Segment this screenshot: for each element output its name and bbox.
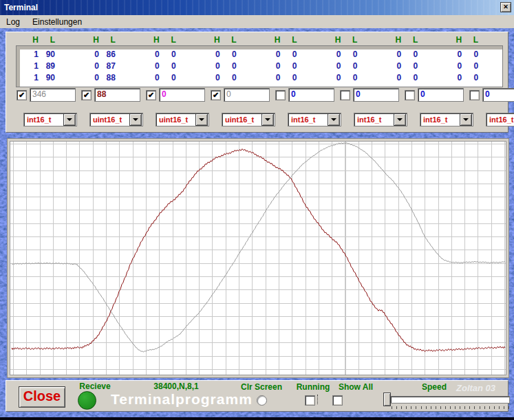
channel-3-enable-checkbox[interactable]: ✔ xyxy=(146,90,156,100)
slider-tick xyxy=(464,406,465,409)
slider-tick xyxy=(416,406,416,409)
channel-6-value-input[interactable]: 0 xyxy=(353,88,399,102)
channel-8-type-select[interactable]: int16_t xyxy=(486,113,514,126)
slider-tick xyxy=(508,406,509,409)
dropdown-button[interactable] xyxy=(460,113,472,126)
show-all-checkbox[interactable] xyxy=(332,395,343,406)
slider-tick xyxy=(469,406,470,409)
slider-tick xyxy=(494,406,495,409)
chart-panel xyxy=(7,138,509,378)
channel-2-enable-checkbox[interactable]: ✔ xyxy=(81,90,92,100)
dropdown-button[interactable] xyxy=(129,113,142,126)
channel-8-values: 00 xyxy=(437,61,497,73)
channel-3-value-input[interactable]: 0 xyxy=(159,88,205,102)
dropdown-button[interactable] xyxy=(195,113,208,126)
channel-4-values: 00 xyxy=(195,49,256,61)
value-h: 0 xyxy=(386,73,401,85)
channel-7-value-input[interactable]: 0 xyxy=(418,88,464,102)
channel-8-value-input[interactable]: 0 xyxy=(482,88,514,102)
dropdown-button[interactable] xyxy=(63,113,76,126)
channel-5-values: 00 xyxy=(256,73,317,85)
channel-3-group: ✔0 xyxy=(140,88,205,102)
header-l: L xyxy=(105,35,116,45)
channel-type-row: int16_tuint16_tuint16_tuint16_tint16_tin… xyxy=(11,113,511,126)
header-l: L xyxy=(346,35,357,45)
channel-4-header: HL xyxy=(195,35,256,45)
dropdown-button[interactable] xyxy=(394,113,406,126)
value-l: 0 xyxy=(467,61,478,73)
channel-2-trace xyxy=(12,143,505,352)
channel-6-enable-checkbox[interactable] xyxy=(340,90,350,100)
menu-bar: LogEinstellungen xyxy=(0,15,514,28)
dropdown-button[interactable] xyxy=(261,113,274,126)
running-checkbox[interactable] xyxy=(305,395,315,406)
slider-tick xyxy=(474,406,475,409)
menu-item-log[interactable]: Log xyxy=(0,15,26,28)
slider-ticks xyxy=(392,406,510,410)
value-h: 0 xyxy=(144,61,160,73)
header-h: H xyxy=(266,35,281,45)
channel-5-value-input[interactable]: 0 xyxy=(288,88,334,102)
value-h: 0 xyxy=(266,61,281,73)
channel-1-type-select[interactable]: int16_t xyxy=(23,113,77,126)
channel-6-type-select[interactable]: int16_t xyxy=(354,113,407,126)
menu-item-einstellungen[interactable]: Einstellungen xyxy=(26,15,88,28)
channel-5-enable-checkbox[interactable] xyxy=(275,90,286,100)
header-h: H xyxy=(447,35,462,45)
channel-2-group: ✔88 xyxy=(76,88,140,102)
speed-slider[interactable] xyxy=(383,392,510,410)
window-close-button[interactable]: ✕ xyxy=(500,2,511,12)
channel-7-group: 0 xyxy=(399,88,464,102)
value-l: 0 xyxy=(286,61,297,73)
header-l: L xyxy=(44,35,55,45)
slider-tick xyxy=(504,406,504,409)
slider-tick xyxy=(445,406,446,409)
channel-4-enable-checkbox[interactable]: ✔ xyxy=(211,90,221,100)
channel-2-type-select[interactable]: uint16_t xyxy=(89,113,143,126)
slider-tick xyxy=(499,406,500,409)
type-value: int16_t xyxy=(288,115,328,124)
channel-2-values: 088 xyxy=(74,73,135,85)
value-l: 0 xyxy=(286,73,297,85)
channel-3-header: HL xyxy=(135,35,195,45)
type-value: uint16_t xyxy=(90,115,129,124)
focus-marks xyxy=(317,395,319,404)
chevron-down-icon xyxy=(133,118,138,121)
channel-7-type-select[interactable]: int16_t xyxy=(420,113,473,126)
titlebar-texture xyxy=(0,0,514,15)
slider-track[interactable] xyxy=(390,396,510,404)
window-bottom-edge xyxy=(0,417,514,420)
dropdown-button[interactable] xyxy=(328,113,340,126)
channel-2-value-input[interactable]: 88 xyxy=(94,88,140,102)
channel-7-header: HL xyxy=(376,35,437,45)
channel-5-type-select[interactable]: int16_t xyxy=(288,113,341,126)
close-button[interactable]: Close xyxy=(19,386,65,408)
type-value: uint16_t xyxy=(222,115,261,124)
channel-1-enable-checkbox[interactable]: ✔ xyxy=(17,90,27,100)
slider-thumb[interactable] xyxy=(383,393,391,406)
channel-4-values: 00 xyxy=(195,73,256,85)
value-l: 0 xyxy=(407,49,418,61)
receive-indicator-led xyxy=(78,391,96,410)
type-value: int16_t xyxy=(24,115,63,124)
values-row-3: 190088000000000000 xyxy=(14,73,497,85)
chevron-down-icon xyxy=(199,118,204,121)
channel-4-type-select[interactable]: uint16_t xyxy=(222,113,275,126)
channel-4-value-input[interactable]: 0 xyxy=(224,88,270,102)
header-h: H xyxy=(23,35,39,45)
value-h: 0 xyxy=(386,61,401,73)
channel-8-enable-checkbox[interactable] xyxy=(469,90,480,100)
channel-1-value-input[interactable]: 346 xyxy=(30,88,76,102)
clr-screen-radio[interactable] xyxy=(257,395,267,406)
value-l: 0 xyxy=(286,49,297,61)
terminal-window: Terminal ✕ LogEinstellungen HLHLHLHLHLHL… xyxy=(0,0,514,420)
title-bar[interactable]: Terminal ✕ xyxy=(0,0,514,15)
value-l: 89 xyxy=(44,61,55,73)
slider-tick xyxy=(421,406,422,409)
channel-7-enable-checkbox[interactable] xyxy=(405,90,415,100)
value-h: 0 xyxy=(205,61,220,73)
data-panel: HLHLHLHLHLHLHLHL 19008600000000000018908… xyxy=(6,32,508,133)
slider-tick xyxy=(440,406,441,409)
value-h: 0 xyxy=(325,61,341,73)
channel-3-type-select[interactable]: uint16_t xyxy=(156,113,209,126)
